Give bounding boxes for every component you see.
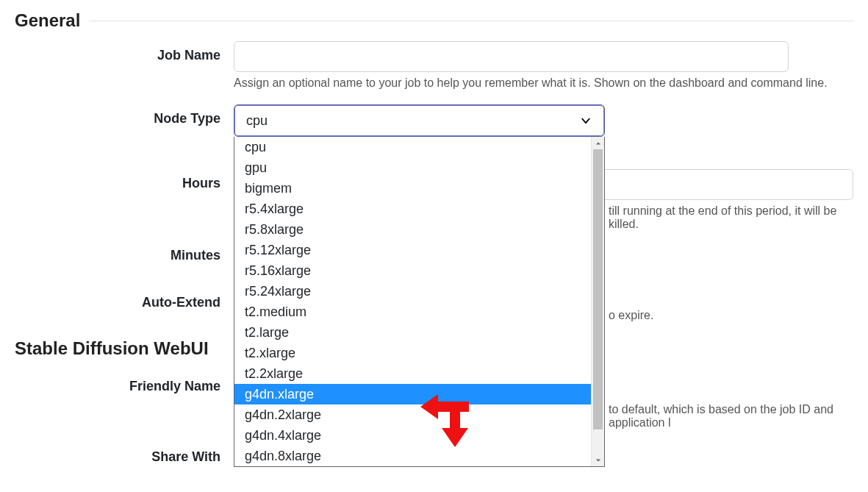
node-type-select-display[interactable]: cpu — [234, 104, 605, 137]
dropdown-scrollbar[interactable] — [591, 137, 604, 466]
node-type-option[interactable]: g4dn.2xlarge — [234, 404, 592, 425]
help-job-name: Assign an optional name to your job to h… — [234, 76, 853, 90]
node-type-dropdown[interactable]: cpugpubigmemr5.4xlarger5.8xlarger5.12xla… — [234, 137, 605, 467]
job-name-input[interactable] — [234, 41, 789, 72]
node-type-option[interactable]: t2.2xlarge — [234, 363, 592, 384]
section-header-general: General — [15, 10, 853, 31]
node-type-option[interactable]: r5.8xlarge — [234, 219, 592, 240]
node-type-select[interactable]: cpu cpugpubigmemr5.4xlarger5.8xlarger5.1… — [234, 104, 605, 137]
section-title-general: General — [15, 10, 80, 31]
scroll-thumb[interactable] — [593, 149, 603, 429]
row-node-type: Node Type cpu cpugpubigmemr5.4xlarger5.8… — [15, 104, 853, 137]
node-type-option[interactable]: r5.24xlarge — [234, 281, 592, 302]
help-hours: till running at the end of this period, … — [609, 204, 853, 231]
scroll-track[interactable] — [592, 149, 604, 454]
node-type-option[interactable]: r5.4xlarge — [234, 199, 592, 219]
label-hours: Hours — [15, 169, 234, 197]
label-share-with: Share With — [15, 443, 234, 471]
node-type-selected-value: cpu — [246, 113, 268, 129]
node-type-option[interactable]: g4dn.4xlarge — [234, 425, 592, 446]
node-type-option[interactable]: g4dn.xlarge — [234, 384, 592, 404]
node-type-option[interactable]: t2.xlarge — [234, 343, 592, 363]
node-type-option[interactable]: bigmem — [234, 178, 592, 199]
section-rule — [89, 21, 853, 21]
node-type-option[interactable]: r5.12xlarge — [234, 240, 592, 260]
node-type-option[interactable]: cpu — [234, 137, 592, 157]
chevron-down-icon — [579, 114, 592, 127]
help-auto-extend: o expire. — [609, 309, 853, 322]
label-friendly-name: Friendly Name — [15, 372, 234, 400]
node-type-option[interactable]: g4dn.8xlarge — [234, 446, 592, 466]
label-node-type: Node Type — [15, 104, 234, 132]
node-type-option[interactable]: gpu — [234, 157, 592, 178]
row-job-name: Job Name Assign an optional name to your… — [15, 41, 853, 90]
label-job-name: Job Name — [15, 41, 234, 69]
label-minutes: Minutes — [15, 241, 234, 269]
node-type-option[interactable]: t2.large — [234, 322, 592, 343]
help-friendly-name: to default, which is based on the job ID… — [609, 403, 853, 429]
scroll-up-icon[interactable] — [592, 137, 604, 149]
scroll-down-icon[interactable] — [592, 454, 604, 466]
node-type-option[interactable]: r5.16xlarge — [234, 260, 592, 281]
label-auto-extend: Auto-Extend — [15, 288, 234, 316]
node-type-option[interactable]: t2.medium — [234, 302, 592, 322]
